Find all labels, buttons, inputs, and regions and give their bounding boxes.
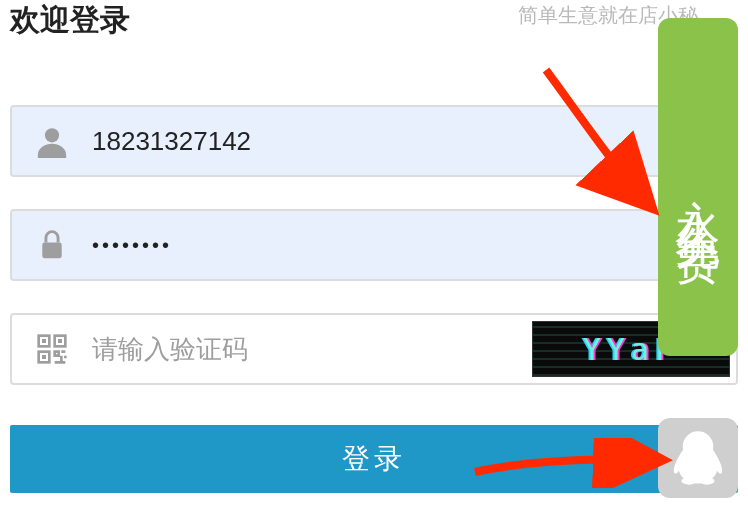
free-banner: 永久免费 — [658, 18, 738, 356]
password-field-wrap — [10, 209, 738, 281]
login-button[interactable]: 登录 — [10, 425, 738, 493]
username-field-wrap — [10, 105, 738, 177]
qq-contact-button[interactable] — [658, 418, 738, 498]
lock-icon — [12, 228, 92, 262]
svg-rect-6 — [58, 339, 62, 343]
svg-rect-1 — [42, 243, 61, 259]
page-title: 欢迎登录 — [10, 0, 130, 41]
svg-rect-7 — [42, 355, 46, 359]
login-form: YYaF 登录 — [0, 95, 748, 503]
svg-point-10 — [699, 477, 714, 485]
qr-icon — [12, 333, 92, 365]
svg-point-0 — [45, 128, 59, 142]
username-input[interactable] — [92, 107, 736, 175]
captcha-input[interactable] — [92, 315, 532, 383]
svg-point-9 — [681, 477, 696, 485]
captcha-field-wrap: YYaF — [10, 313, 738, 385]
password-input[interactable] — [92, 211, 736, 279]
user-icon — [12, 124, 92, 158]
qq-icon — [672, 430, 724, 486]
svg-rect-5 — [42, 339, 46, 343]
